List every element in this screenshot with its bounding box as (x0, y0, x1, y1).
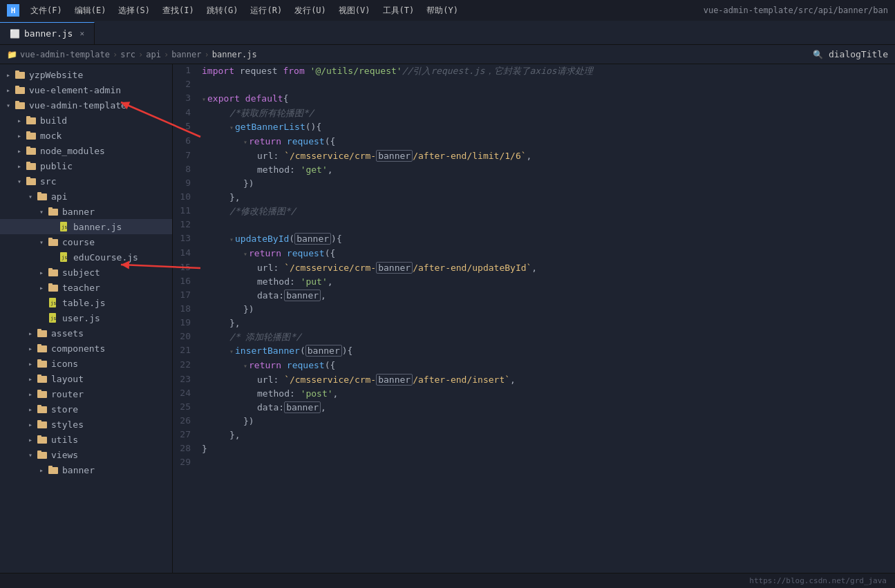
svg-rect-1 (15, 70, 19, 73)
tree-label-mock: mock (40, 131, 62, 141)
collapse-arrow-6[interactable]: ▾ (243, 138, 247, 146)
sidebar-item-icons[interactable]: ▸icons (0, 356, 172, 371)
sidebar-item-src[interactable]: ▾src (0, 173, 172, 189)
tree-arrow-course: ▾ (36, 238, 47, 246)
line-number-4: 4 (173, 106, 202, 117)
svg-rect-17 (37, 192, 41, 195)
line-content-5: ▾getBannerList(){ (202, 120, 895, 135)
breadcrumb-item-3[interactable]: api (146, 50, 161, 59)
sidebar-item-api[interactable]: ▾api (0, 189, 172, 204)
menu-item-发行(U)[interactable]: 发行(U) (289, 3, 332, 18)
collapse-arrow-13[interactable]: ▾ (229, 236, 234, 243)
menu-item-工具(T)[interactable]: 工具(T) (377, 3, 420, 18)
tree-label-styles: styles (51, 419, 84, 430)
line-content-1: import request from '@/utils/request'//引… (202, 64, 895, 78)
line-content-19: }, (202, 316, 895, 330)
line-number-19: 19 (173, 316, 202, 328)
tree-label-teacher: teacher (62, 283, 100, 293)
breadcrumb-item-5[interactable]: banner.js (212, 50, 257, 59)
sidebar-item-assets[interactable]: ▸assets (0, 325, 172, 341)
line-number-28: 28 (173, 442, 202, 453)
sidebar-item-node_modules[interactable]: ▸node_modules (0, 143, 172, 158)
collapse-arrow-21[interactable]: ▾ (229, 348, 234, 355)
tab-banner-js[interactable]: ⬜ banner.js ✕ (0, 22, 95, 44)
menu-item-跳转(G)[interactable]: 跳转(G) (201, 3, 244, 18)
breadcrumb-item-1[interactable]: vue-admin-template (20, 50, 110, 59)
code-editor[interactable]: 1import request from '@/utils/request'//… (173, 64, 895, 573)
menu-item-编辑(E)[interactable]: 编辑(E) (69, 3, 112, 18)
tree-arrow-build: ▸ (14, 117, 25, 124)
sidebar-item-vue-element-admin[interactable]: ▸vue-element-admin (0, 82, 172, 97)
sidebar-item-yzpWebsite[interactable]: ▸yzpWebsite (0, 67, 172, 82)
search-label[interactable]: dialogTitle (829, 49, 888, 59)
tree-arrow-vue-element-admin: ▸ (3, 86, 14, 94)
tree-label-api: api (51, 191, 67, 202)
menu-item-查找(I)[interactable]: 查找(I) (157, 3, 200, 18)
menu-item-文件(F)[interactable]: 文件(F) (25, 3, 68, 18)
sidebar-item-table-js[interactable]: jstable.js (0, 295, 172, 310)
svg-rect-3 (15, 86, 19, 88)
sidebar-item-store[interactable]: ▸store (0, 401, 172, 417)
sidebar-item-banner-views[interactable]: ▸banner (0, 462, 172, 477)
menu-item-帮助(Y)[interactable]: 帮助(Y) (421, 3, 464, 18)
collapse-arrow-5[interactable]: ▾ (229, 124, 234, 131)
line-number-9: 9 (173, 177, 202, 188)
tree-label-user-js: user.js (62, 313, 100, 323)
sidebar-item-build[interactable]: ▸build (0, 113, 172, 128)
tree-label-store: store (51, 404, 78, 415)
svg-rect-35 (37, 329, 41, 332)
line-number-12: 12 (173, 218, 202, 229)
line-number-11: 11 (173, 205, 202, 216)
sidebar-item-banner-folder[interactable]: ▾banner (0, 204, 172, 219)
sidebar-item-user-js[interactable]: jsuser.js (0, 310, 172, 325)
menu-item-运行(R)[interactable]: 运行(R) (245, 3, 288, 18)
code-line-21: 21▾insertBanner(banner){ (173, 344, 895, 359)
tree-icon-table-js: js (47, 298, 59, 307)
line-number-22: 22 (173, 359, 202, 370)
window-title-path: vue-admin-template/src/api/banner/ban (704, 6, 888, 15)
search-icon: 🔍 (813, 50, 823, 59)
line-number-13: 13 (173, 232, 202, 243)
svg-rect-45 (37, 405, 41, 408)
code-line-22: 22▾return request({ (173, 359, 895, 373)
sidebar-item-components[interactable]: ▸components (0, 341, 172, 356)
line-number-3: 3 (173, 92, 202, 103)
svg-text:js: js (50, 301, 56, 306)
breadcrumb-item-4[interactable]: banner (171, 50, 201, 59)
sidebar-item-banner-js[interactable]: jsbanner.js (0, 219, 172, 234)
tree-label-subject: subject (62, 267, 100, 278)
sidebar-item-teacher[interactable]: ▸teacher (0, 280, 172, 295)
sidebar-item-styles[interactable]: ▸styles (0, 417, 172, 432)
tree-label-banner-views: banner (62, 465, 95, 475)
line-number-6: 6 (173, 135, 202, 146)
menu-item-视图(V)[interactable]: 视图(V) (333, 3, 376, 18)
sidebar-item-subject[interactable]: ▸subject (0, 265, 172, 280)
menu-item-选择(S)[interactable]: 选择(S) (113, 3, 156, 18)
sidebar-item-views[interactable]: ▾views (0, 447, 172, 462)
line-content-6: ▾return request({ (202, 135, 895, 149)
svg-rect-23 (48, 238, 53, 240)
sidebar-item-public[interactable]: ▸public (0, 158, 172, 173)
sidebar-item-course[interactable]: ▾course (0, 234, 172, 249)
tree-arrow-views: ▾ (25, 451, 36, 459)
sidebar-item-utils[interactable]: ▸utils (0, 432, 172, 447)
sidebar-item-vue-admin-template[interactable]: ▾vue-admin-template (0, 97, 172, 113)
collapse-arrow-14[interactable]: ▾ (243, 250, 247, 258)
menu-bar: 文件(F)编辑(E)选择(S)查找(I)跳转(G)运行(R)发行(U)视图(V)… (25, 3, 704, 18)
sidebar-item-router[interactable]: ▸router (0, 386, 172, 401)
tree-icon-course (47, 237, 59, 247)
collapse-arrow-3[interactable]: ▾ (202, 95, 206, 103)
tree-icon-assets (36, 328, 48, 338)
tree-icon-router (36, 389, 48, 399)
status-bar: https://blog.csdn.net/grd_java (0, 573, 895, 588)
code-line-26: 26}) (173, 415, 895, 428)
sidebar-item-mock[interactable]: ▸mock (0, 128, 172, 143)
breadcrumb-item-2[interactable]: src (120, 50, 135, 59)
sidebar-item-layout[interactable]: ▸layout (0, 371, 172, 386)
tree-arrow-store: ▸ (25, 406, 36, 413)
tab-close-icon[interactable]: ✕ (79, 29, 84, 38)
svg-rect-13 (26, 162, 30, 164)
collapse-arrow-22[interactable]: ▾ (243, 362, 247, 370)
tree-icon-vue-element-admin (14, 85, 26, 95)
sidebar-item-eduCourse-js[interactable]: jseduCourse.js (0, 249, 172, 265)
